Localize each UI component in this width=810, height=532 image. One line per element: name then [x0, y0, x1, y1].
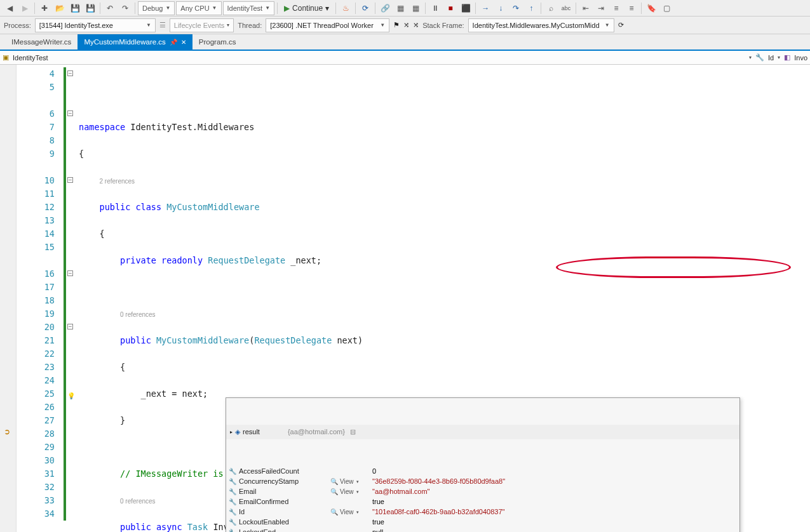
expand-icon[interactable]: ▸: [230, 425, 233, 439]
find-icon[interactable]: ⌕: [544, 1, 558, 15]
nav-fwd-icon[interactable]: ▶: [18, 1, 32, 15]
new-item-icon[interactable]: ✚: [37, 1, 51, 15]
debug-datatip[interactable]: ▸ ◈ result {aa@hotmail.com} ⊟ 🔧AccessFai…: [226, 397, 740, 532]
stop-icon[interactable]: ■: [443, 1, 457, 15]
close-icon[interactable]: ✕: [181, 39, 186, 46]
chevron-down-icon: ▼: [146, 22, 151, 28]
stop-all-icon[interactable]: ⬛: [459, 1, 473, 15]
flag-icon[interactable]: ⚑: [393, 21, 400, 29]
pin-icon[interactable]: ⊟: [350, 425, 356, 439]
hot-reload-icon[interactable]: ♨: [339, 1, 353, 15]
pause-icon[interactable]: ⏸: [428, 1, 442, 15]
codelens-refs[interactable]: 0 references: [120, 311, 156, 318]
change-bar: [64, 67, 66, 521]
comment-icon[interactable]: ≡: [609, 1, 623, 15]
datatip-prop-value: null: [372, 526, 383, 533]
main-toolbar: ◀ ▶ ✚ 📂 💾 💾 ↶ ↷ Debug▼ Any CPU▼ Identity…: [0, 0, 810, 17]
chevron-down-icon[interactable]: ▾: [749, 55, 752, 60]
tab-imessagewriter[interactable]: IMessageWriter.cs: [5, 34, 78, 50]
nav-right[interactable]: Invo: [794, 54, 807, 62]
code-navbar: ▣ IdentityTest ▾ 🔧 Id ▾ ◧ Invo: [0, 51, 810, 65]
indent-right-icon[interactable]: ⇥: [594, 1, 608, 15]
code-area[interactable]: – – – – – namespace IdentityTest.Middlew…: [64, 65, 810, 532]
platform-dropdown[interactable]: Any CPU▼: [176, 1, 221, 15]
datatip-header: ▸ ◈ result {aa@hotmail.com} ⊟: [226, 425, 739, 439]
dbg-icon3[interactable]: ▦: [408, 1, 422, 15]
chevron-down-icon: ▾: [227, 22, 229, 28]
threads-icon[interactable]: ⤨: [403, 21, 409, 29]
stackframe-label: Stack Frame:: [422, 22, 464, 29]
line-numbers: 45678910111213141516171819202122232425💡2…: [17, 65, 64, 532]
thread-dropdown[interactable]: [23600] .NET ThreadPool Worker▼: [266, 18, 389, 32]
save-all-icon[interactable]: 💾: [83, 1, 97, 15]
chevron-down-icon: ▼: [212, 5, 217, 11]
stackframe-dropdown[interactable]: IdentityTest.Middlewares.MyCustomMidd▼: [468, 18, 614, 32]
fold-toggle-icon[interactable]: –: [67, 270, 73, 276]
step-out-icon[interactable]: ↑: [524, 1, 538, 15]
step-over-icon[interactable]: ↷: [509, 1, 523, 15]
view-dropdown[interactable]: View ▾: [340, 505, 359, 519]
breakpoint-arrow-icon[interactable]: ➲: [4, 427, 13, 436]
lifecycle-dropdown[interactable]: Lifecycle Events▾: [170, 18, 234, 32]
uncomment-icon[interactable]: ≡: [624, 1, 638, 15]
datatip-prop-row[interactable]: 🔧LockoutEndnull: [226, 527, 739, 532]
dbg-icon2[interactable]: ▦: [393, 1, 407, 15]
magnifier-icon[interactable]: 🔍: [330, 478, 338, 485]
chevron-down-icon: ▾: [325, 4, 329, 13]
fold-toggle-icon[interactable]: –: [67, 110, 73, 116]
open-icon[interactable]: 📂: [53, 1, 67, 15]
magnifier-icon[interactable]: 🔍: [330, 509, 338, 515]
tab-mycustommiddleware[interactable]: MyCustomMiddleware.cs 📌 ✕: [78, 34, 192, 50]
debug-bar: Process: [31544] IdentityTest.exe▼ ☰ Lif…: [0, 17, 810, 34]
chevron-down-icon: ▼: [605, 22, 610, 28]
codelens-refs[interactable]: 2 references: [100, 178, 135, 185]
thread-label: Thread:: [238, 22, 262, 29]
fold-toggle-icon[interactable]: –: [67, 324, 73, 329]
datatip-prop-name: LockoutEnd: [239, 526, 276, 533]
fold-toggle-icon[interactable]: –: [67, 70, 73, 76]
chevron-down-icon[interactable]: ▾: [778, 55, 780, 60]
fold-column: – – – – –: [67, 67, 75, 161]
namespace-icon: ▣: [3, 53, 9, 62]
bookmark-next-icon[interactable]: ▢: [659, 1, 673, 15]
startup-dropdown[interactable]: IdentityTest▼: [223, 1, 275, 15]
abc-icon[interactable]: abc: [559, 1, 573, 15]
nav-member[interactable]: Id: [768, 54, 774, 62]
nav-namespace[interactable]: IdentityTest: [13, 54, 48, 62]
save-icon[interactable]: 💾: [68, 1, 82, 15]
code-editor[interactable]: ➲ 45678910111213141516171819202122232425…: [0, 65, 810, 532]
step-into-icon[interactable]: ↓: [494, 1, 508, 15]
threads2-icon[interactable]: ⤨: [413, 21, 419, 29]
config-dropdown[interactable]: Debug▼: [138, 1, 175, 15]
lifecycle-icon[interactable]: ☰: [159, 21, 166, 29]
fold-toggle-icon[interactable]: –: [67, 177, 73, 183]
step-next-icon[interactable]: →: [478, 1, 492, 15]
pin-icon[interactable]: 📌: [170, 39, 177, 46]
codelens-refs[interactable]: 0 references: [120, 498, 156, 505]
browser-link-icon[interactable]: 🔗: [378, 1, 392, 15]
datatip-varhint: {aa@hotmail.com}: [288, 425, 345, 439]
local-var-icon: ◈: [235, 425, 240, 439]
bookmark-icon[interactable]: 🔖: [644, 1, 658, 15]
process-dropdown[interactable]: [31544] IdentityTest.exe▼: [35, 18, 156, 32]
indent-left-icon[interactable]: ⇤: [579, 1, 593, 15]
tab-program[interactable]: Program.cs: [192, 34, 243, 50]
process-label: Process:: [4, 22, 31, 29]
restart-icon[interactable]: ⟳: [358, 1, 372, 15]
stack-refresh-icon[interactable]: ⟳: [618, 21, 624, 29]
method-icon: ◧: [784, 53, 790, 62]
play-icon: ▶: [284, 4, 290, 13]
chevron-down-icon: ▼: [165, 5, 170, 11]
breakpoint-gutter[interactable]: ➲: [0, 65, 17, 532]
wrench-icon: 🔧: [229, 526, 236, 533]
datatip-varname: result: [243, 425, 260, 439]
wrench-icon: 🔧: [755, 53, 764, 62]
redo-icon[interactable]: ↷: [118, 1, 132, 15]
nav-back-icon[interactable]: ◀: [3, 1, 17, 15]
editor-tabs: IMessageWriter.cs MyCustomMiddleware.cs …: [0, 34, 810, 51]
view-dropdown[interactable]: View ▾: [340, 485, 359, 498]
datatip-prop-value: "101ea08f-caf0-462b-9aa0-b32afd040837": [372, 505, 504, 519]
continue-button[interactable]: ▶Continue▾: [280, 1, 333, 15]
undo-icon[interactable]: ↶: [103, 1, 117, 15]
magnifier-icon[interactable]: 🔍: [330, 488, 338, 495]
